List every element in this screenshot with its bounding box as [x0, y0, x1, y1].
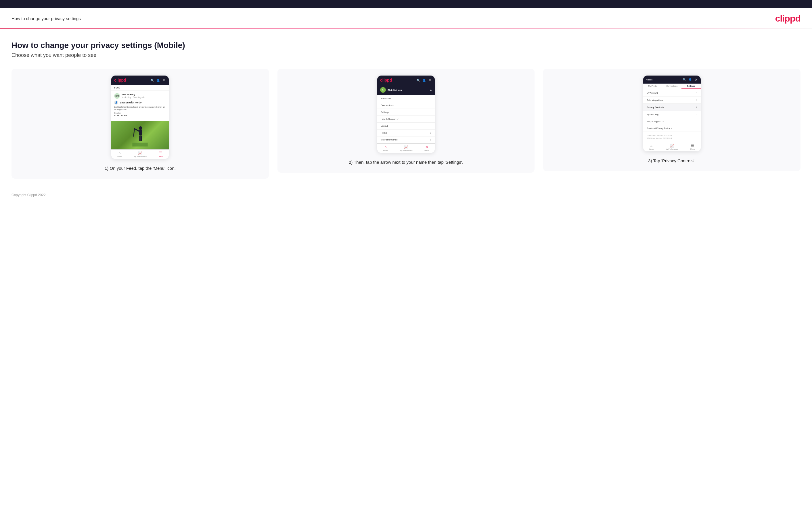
- step3-caption: 3) Tap 'Privacy Controls'.: [648, 158, 696, 164]
- svg-line-5: [135, 129, 139, 131]
- phone-mockup-1: clippd 🔍 👤 ⚙ Feed BM Blair McHarg: [111, 75, 169, 159]
- menu-icon: ☰: [159, 151, 162, 155]
- settings-serviceprivacy: Service & Privacy Policy ↗: [643, 125, 701, 132]
- settings-myaccount: My Account ›: [643, 89, 701, 97]
- menu-item-settings: Settings: [377, 109, 435, 116]
- svg-rect-3: [140, 135, 141, 141]
- home-icon-3: ⌂: [650, 144, 652, 148]
- nav3-home: ⌂ Home: [649, 144, 654, 150]
- menu-user-chevron: ∧: [430, 89, 432, 92]
- phone3-bottom-nav: ⌂ Home 📈 My Performance ☰ Menu: [643, 142, 701, 151]
- header: How to change your privacy settings clip…: [0, 8, 812, 29]
- lesson-title: Lesson with Fordy: [120, 101, 142, 104]
- search-icon-3: 🔍: [682, 77, 687, 81]
- phone3-icons: 🔍 👤 ⚙: [682, 77, 698, 81]
- home-icon-2: ⌂: [385, 145, 387, 149]
- nav-performance-label: My Performance: [134, 156, 147, 157]
- menu-item-helpsupport: Help & Support ↗: [377, 116, 435, 123]
- step1-caption: 1) On your Feed, tap the 'Menu' icon.: [105, 165, 176, 172]
- nav2-menu-label: Menu: [424, 150, 429, 151]
- svg-rect-0: [133, 143, 148, 147]
- menu-avatar: BM: [380, 87, 386, 93]
- expand-home-icon: ∨: [429, 131, 431, 134]
- chevron-mygolfbag: ›: [697, 113, 697, 116]
- duration-value: 01 hr : 30 min: [114, 115, 166, 117]
- post-user-name: Blair McHarg: [121, 93, 145, 96]
- user-icon-3: 👤: [688, 77, 692, 81]
- menu-user-row: BM Blair McHarg ∧: [377, 85, 435, 95]
- nav-menu: ☰ Menu: [158, 151, 163, 157]
- phone1-bottom-nav: ⌂ Home 📈 My Performance ☰ Menu: [111, 149, 169, 159]
- logo: clippd: [775, 13, 801, 24]
- performance-icon-3: 📈: [670, 144, 674, 148]
- nav3-performance-label: My Performance: [666, 148, 678, 150]
- search-icon: 🔍: [150, 78, 154, 82]
- nav2-performance-label: My Performance: [400, 150, 412, 151]
- menu-item-logout: Logout: [377, 123, 435, 129]
- nav-home-label: Home: [117, 156, 122, 157]
- settings-back-bar: ‹ Back 🔍 👤 ⚙: [643, 75, 701, 83]
- svg-point-1: [139, 126, 142, 130]
- chevron-myaccount: ›: [697, 91, 697, 94]
- phone1-logo: clippd: [114, 78, 126, 82]
- golf-image: [111, 121, 169, 149]
- settings-icon: ⚙: [162, 78, 166, 82]
- svg-rect-4: [141, 135, 142, 141]
- phone2-header: clippd 🔍 👤 ⚙: [377, 75, 435, 85]
- duration-label: Duration: [114, 112, 166, 114]
- menu-icon-3: ☰: [691, 144, 694, 148]
- chevron-dataintegrations: ›: [697, 99, 697, 101]
- footer: Copyright Clippd 2022: [0, 187, 812, 203]
- feed-tab: Feed: [111, 85, 169, 91]
- menu-section-performance: My Performance ∨: [377, 136, 435, 143]
- tab-connections: Connections: [662, 83, 681, 89]
- nav-home: ⌂ Home: [117, 151, 122, 157]
- phone2-logo: clippd: [380, 78, 392, 82]
- nav3-menu-label: Menu: [691, 148, 695, 150]
- post-user-sub: Yesterday · Sunningdale: [121, 96, 145, 99]
- settings-helpsupport: Help & Support ↗: [643, 118, 701, 125]
- nav-performance: 📈 My Performance: [134, 151, 147, 157]
- nav3-performance: 📈 My Performance: [666, 144, 678, 150]
- settings-icon-3: ⚙: [694, 77, 698, 81]
- menu-user-info: BM Blair McHarg: [380, 87, 402, 93]
- phone1-header: clippd 🔍 👤 ⚙: [111, 75, 169, 85]
- post-user-info: Blair McHarg Yesterday · Sunningdale: [121, 93, 145, 99]
- nav-menu-label: Menu: [158, 156, 163, 157]
- top-bar: [0, 0, 812, 8]
- step-card-3: ‹ Back 🔍 👤 ⚙ My Profile Connections Sett…: [543, 69, 801, 171]
- menu-overlay: My Profile Connections Settings Help & S…: [377, 95, 435, 143]
- menu-item-myprofile: My Profile: [377, 95, 435, 102]
- home-icon: ⌂: [119, 151, 121, 155]
- settings-tabs: My Profile Connections Settings: [643, 83, 701, 89]
- main-content: How to change your privacy settings (Mob…: [0, 29, 812, 187]
- settings-icon-2: ⚙: [428, 78, 432, 82]
- phone2-icons: 🔍 👤 ⚙: [416, 78, 432, 82]
- coach-icon: 👤: [114, 101, 118, 105]
- chevron-privacycontrols: ›: [697, 106, 697, 109]
- version-client: Clippd Client Version: 2022.8.3-3: [647, 134, 697, 137]
- page-heading: How to change your privacy settings (Mob…: [11, 41, 801, 50]
- tab-myprofile: My Profile: [643, 83, 662, 89]
- close-icon: ✕: [425, 145, 428, 149]
- phone2-bottom-nav: ⌂ Home 📈 My Performance ✕ Menu: [377, 143, 435, 153]
- step2-caption: 2) Then, tap the arrow next to your name…: [349, 159, 463, 166]
- feed-post: BM Blair McHarg Yesterday · Sunningdale …: [111, 91, 169, 121]
- svg-rect-2: [139, 130, 142, 135]
- nav2-performance: 📈 My Performance: [400, 145, 412, 151]
- copyright: Copyright Clippd 2022: [11, 193, 46, 197]
- phone-mockup-2: clippd 🔍 👤 ⚙ BM Blair McHarg ∧: [377, 75, 435, 153]
- search-icon-2: 🔍: [416, 78, 420, 82]
- performance-icon: 📈: [138, 151, 142, 155]
- phone1-icons: 🔍 👤 ⚙: [150, 78, 166, 82]
- tab-settings: Settings: [681, 83, 701, 89]
- expand-performance-icon: ∨: [429, 138, 431, 141]
- header-title: How to change your privacy settings: [11, 16, 81, 21]
- user-icon: 👤: [156, 78, 160, 82]
- coach-row: 👤 Lesson with Fordy: [114, 101, 166, 105]
- ext-link-icon: ↗: [397, 118, 399, 120]
- step-card-2: clippd 🔍 👤 ⚙ BM Blair McHarg ∧: [277, 69, 535, 173]
- post-user-row: BM Blair McHarg Yesterday · Sunningdale: [114, 93, 166, 99]
- step-card-1: clippd 🔍 👤 ⚙ Feed BM Blair McHarg: [11, 69, 269, 179]
- ext-link-icon-3: ↗: [662, 120, 664, 123]
